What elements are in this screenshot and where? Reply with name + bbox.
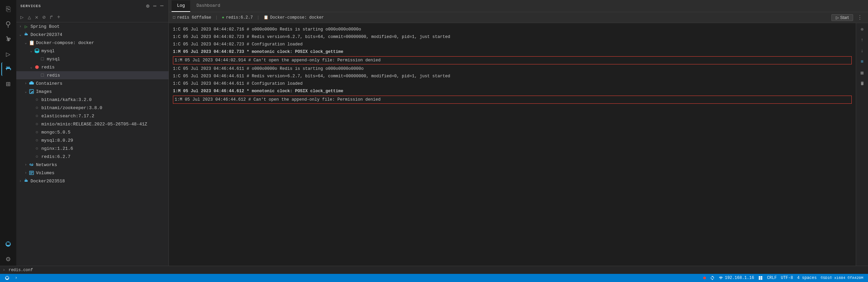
tree-icon-images: [28, 88, 35, 95]
tree-label-bitnami-zookeeper: bitnami/zookeeper:3.8.0: [41, 105, 169, 110]
tree-item-redis-img[interactable]: ○ redis:6.2.7: [16, 153, 169, 161]
tree-item-redis-group[interactable]: ⌄ redis: [16, 63, 169, 71]
svg-rect-1: [29, 82, 34, 85]
tree-item-mysql-img[interactable]: ○ mysql:8.0.29: [16, 136, 169, 144]
tab-dashboard[interactable]: Dashboard: [191, 0, 225, 12]
bottom-tab-caret: ›: [3, 268, 5, 273]
service-name: redis:6.2.7: [226, 15, 253, 20]
tree-item-bitnami-kafka[interactable]: ○ bitnami/kafka:3.2.0: [16, 96, 169, 104]
tree-arrow-compose: ⌄: [23, 40, 28, 45]
right-action-globe[interactable]: ⊕: [857, 24, 867, 34]
tree-item-containers[interactable]: › Containers: [16, 79, 169, 87]
status-sync[interactable]: [708, 274, 717, 282]
log-content[interactable]: 1:C 05 Jul 2023 04:44:02.716 # o000o0000…: [169, 23, 856, 266]
right-action-up[interactable]: ↑: [857, 35, 867, 45]
toolbar-stop[interactable]: ✕: [34, 13, 40, 21]
compose-icon: 📋: [263, 15, 269, 20]
tree-label-redis-group: redis: [41, 65, 169, 70]
status-spaces[interactable]: 4 spaces: [795, 274, 819, 282]
info-bar-actions: ▷ Start ⋮: [831, 14, 864, 21]
tree-label-docker2023518: Docker2023518: [31, 179, 169, 184]
tree-label-redis-img: redis:6.2.7: [41, 154, 169, 159]
right-action-list[interactable]: ≡: [857, 57, 867, 66]
sidebar: Services ⊕ ⋯ — ▷ △ ✕ ⊘ ↱ + › ▷ Spring Bo…: [16, 0, 169, 266]
tree-item-redis-instance[interactable]: □ redis: [16, 71, 169, 79]
tree-item-minio[interactable]: ○ minio/minio:RELEASE.2022-05-26T05-48-4…: [16, 120, 169, 128]
activity-icon-run[interactable]: ▷: [1, 47, 15, 61]
tree-arrow-minio: [28, 121, 34, 127]
status-ip[interactable]: 192.168.1.16: [717, 274, 756, 282]
bottom-tab-file[interactable]: redis.conf: [6, 266, 35, 274]
sidebar-action-more[interactable]: ⋯: [153, 2, 158, 10]
tree-icon-networks: [28, 162, 35, 168]
tree-item-images[interactable]: ⌄ Images: [16, 87, 169, 96]
activity-icon-search[interactable]: ⚲: [1, 18, 15, 31]
container-id: redis 6dffa9ae: [177, 15, 211, 20]
right-action-table[interactable]: ▦: [857, 68, 867, 77]
tree-item-bitnami-zookeeper[interactable]: ○ bitnami/zookeeper:3.8.0: [16, 104, 169, 112]
tree-item-volumes[interactable]: › Volumes: [16, 169, 169, 177]
tree-item-nginx[interactable]: ○ nginx:1.21.6: [16, 144, 169, 153]
sidebar-action-globe[interactable]: ⊕: [145, 2, 151, 10]
sidebar-toolbar: ▷ △ ✕ ⊘ ↱ +: [16, 12, 169, 22]
tree-item-mysql-instance[interactable]: □ mysql: [16, 55, 169, 63]
log-line-8: 1:C 05 Jul 2023 04:46:44.611 # Configura…: [173, 80, 852, 87]
tree-icon-mysql-group: [34, 48, 40, 54]
activity-icon-source-control[interactable]: [1, 33, 15, 46]
tree-item-docker2023518[interactable]: › Docker2023518: [16, 177, 169, 185]
tree-label-bitnami-kafka: bitnami/kafka:3.2.0: [41, 97, 169, 102]
toolbar-filter[interactable]: ⊘: [41, 13, 47, 21]
log-line-1: 1:C 05 Jul 2023 04:44:02.716 # o000o0000…: [173, 26, 852, 33]
tree-arrow-mysql-group: ⌄: [28, 48, 34, 54]
activity-icon-remote[interactable]: [1, 237, 15, 251]
status-bar: › 192.168.1.16 CRLF UTF-8: [0, 274, 868, 282]
start-button[interactable]: ▷ Start: [831, 14, 853, 21]
log-line-2: 1:C 05 Jul 2023 04:44:02.723 # Redis ver…: [173, 33, 852, 41]
more-options-button[interactable]: ⋮: [856, 14, 864, 21]
status-resolution[interactable]: ©SD1© x1684 ©fA420M: [819, 274, 865, 282]
tab-log[interactable]: Log: [172, 0, 190, 12]
status-encoding[interactable]: UTF-8: [779, 274, 795, 282]
log-line-4: 1:M 05 Jul 2023 04:44:02.733 * monotonic…: [173, 48, 852, 56]
right-action-trash[interactable]: [857, 79, 867, 88]
activity-icon-docker[interactable]: [1, 62, 15, 76]
status-remote[interactable]: [3, 274, 12, 282]
sidebar-action-minimize[interactable]: —: [159, 2, 164, 10]
tree-item-compose[interactable]: ⌄ 📋 Docker-compose: docker: [16, 39, 169, 47]
activity-icon-explorer[interactable]: ⎘: [1, 3, 15, 16]
toolbar-add[interactable]: +: [56, 14, 62, 21]
status-windows[interactable]: [756, 274, 765, 282]
status-crlf[interactable]: CRLF: [765, 274, 779, 282]
tree-label-mysql-group: mysql: [41, 48, 169, 54]
start-label: Start: [840, 15, 849, 20]
service-status-icon: ●: [222, 15, 224, 20]
tree-icon-redis-instance: □: [39, 72, 45, 78]
svg-point-3: [31, 90, 31, 91]
log-line-7: 1:C 05 Jul 2023 04:46:44.611 # Redis ver…: [173, 73, 852, 80]
tree-label-compose: Docker-compose: docker: [36, 40, 169, 45]
tree-arrow-redis-instance: [34, 73, 39, 78]
tree-item-docker202374[interactable]: ⌄ Docker202374: [16, 31, 169, 39]
tree-icon-mysql-img: ○: [34, 137, 40, 143]
tree-icon-bitnami-zookeeper: ○: [34, 105, 40, 111]
tree-item-mongo[interactable]: ○ mongo:5.0.5: [16, 128, 169, 136]
toolbar-play[interactable]: ▷: [19, 13, 25, 21]
toolbar-expand[interactable]: △: [26, 13, 33, 21]
activity-icon-extensions[interactable]: ⊞: [1, 77, 15, 91]
tree-label-elasticsearch: elasticsearch:7.17.2: [41, 114, 169, 119]
status-branch[interactable]: ›: [13, 274, 19, 282]
right-action-down[interactable]: ↓: [857, 46, 867, 56]
toolbar-refresh[interactable]: ↱: [48, 13, 55, 21]
tree-item-networks[interactable]: › Networks: [16, 161, 169, 169]
status-error-dot[interactable]: [701, 274, 708, 282]
tree-arrow-bitnami-kafka: [28, 97, 34, 102]
bottom-tab-filename: redis.conf: [8, 268, 33, 273]
tree-icon-volumes: [28, 170, 35, 176]
tree-label-minio: minio/minio:RELEASE.2022-05-26T05-48-41Z: [41, 122, 169, 127]
tree-item-mysql-group[interactable]: ⌄ mysql: [16, 47, 169, 55]
activity-icon-settings[interactable]: ⚙: [1, 252, 15, 266]
tree-item-elasticsearch[interactable]: ○ elasticsearch:7.17.2: [16, 112, 169, 120]
tree-icon-redis-group: [34, 64, 40, 70]
tree-arrow-volumes: ›: [23, 170, 28, 176]
tree-item-spring-boot[interactable]: › ▷ Spring Boot: [16, 22, 169, 31]
